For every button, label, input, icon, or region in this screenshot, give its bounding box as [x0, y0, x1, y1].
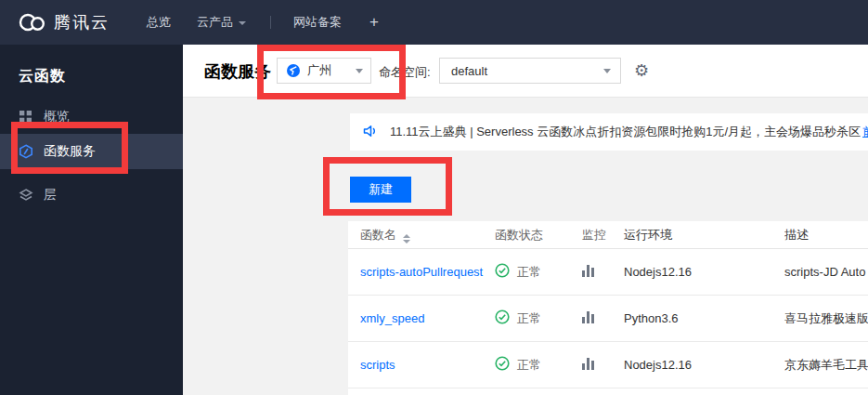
- region-selector[interactable]: 广州: [277, 58, 371, 84]
- description-value: 喜马拉雅极速版刷: [784, 310, 868, 327]
- column-header-status: 函数状态: [495, 227, 582, 244]
- nav-item-beian-label: 网站备案: [293, 14, 342, 31]
- table-row: scripts-autoPullrequest 正常 Nodejs12.16 s…: [348, 249, 868, 296]
- sidebar-item-layers-label: 层: [44, 187, 57, 204]
- sidebar-item-function-service[interactable]: 函数服务: [0, 134, 183, 169]
- nav-item-overview-label: 总览: [147, 14, 171, 31]
- layers-icon: [19, 188, 33, 203]
- page-title: 函数服务: [204, 60, 271, 83]
- function-table: 函数名 函数状态 监控 运行环境 描述 scripts-autoPullrequ…: [348, 221, 868, 395]
- status-text: 正常: [517, 264, 541, 281]
- chevron-down-icon: [239, 21, 246, 25]
- tencent-cloud-brand[interactable]: 腾讯云: [17, 11, 110, 33]
- sidebar: 云函数 概览 函数服务 层: [0, 45, 183, 395]
- status-ok-icon: [495, 263, 510, 281]
- monitor-chart-icon[interactable]: [582, 264, 594, 277]
- runtime-value: Nodejs12.16: [624, 358, 784, 372]
- column-header-monitor: 监控: [582, 227, 624, 244]
- chevron-down-icon: [603, 69, 611, 73]
- function-link[interactable]: scripts: [360, 358, 395, 372]
- sidebar-item-overview-label: 概览: [44, 109, 70, 125]
- table-header-row: 函数名 函数状态 监控 运行环境 描述: [348, 221, 868, 249]
- nav-item-cloud-products-label: 云产品: [197, 14, 233, 31]
- table-row: xmly_speed 正常 Python3.6 喜马拉雅极速版刷: [348, 296, 868, 342]
- nav-item-cloud-products[interactable]: 云产品: [197, 14, 246, 31]
- top-nav: 腾讯云 总览 云产品 网站备案 +: [0, 0, 868, 45]
- nav-item-beian[interactable]: 网站备案: [293, 14, 342, 31]
- region-label: 广州: [307, 62, 356, 79]
- sort-icon[interactable]: [403, 234, 410, 244]
- announcement-icon: [362, 123, 379, 142]
- page-header: 函数服务 广州 命名空间: default ⚙: [183, 45, 868, 98]
- sidebar-item-layers[interactable]: 层: [0, 178, 183, 212]
- runtime-value: Nodejs12.16: [624, 265, 784, 279]
- column-header-runtime: 运行环境: [624, 227, 784, 244]
- nav-add-tab-button[interactable]: +: [369, 13, 379, 32]
- status-text: 正常: [517, 310, 541, 327]
- tencent-cloud-logo-icon: [17, 11, 46, 33]
- namespace-selector[interactable]: default: [439, 58, 621, 84]
- gear-icon[interactable]: ⚙: [634, 58, 649, 84]
- create-button[interactable]: 新建: [350, 177, 411, 203]
- column-header-function-name-label: 函数名: [360, 228, 396, 242]
- nav-item-overview[interactable]: 总览: [147, 14, 171, 31]
- description-value: 京东薅羊毛工具: [784, 357, 868, 374]
- status-ok-icon: [495, 309, 510, 327]
- monitor-chart-icon[interactable]: [582, 310, 594, 323]
- promo-banner-link[interactable]: 前往: [862, 124, 868, 140]
- column-header-function-name: 函数名: [348, 227, 495, 244]
- globe-icon: [286, 63, 301, 78]
- sidebar-item-overview[interactable]: 概览: [0, 100, 183, 134]
- namespace-label: 命名空间:: [379, 64, 431, 81]
- promo-banner: 11.11云上盛典 | Serverless 云函数冰点折扣资源包限时抢购1元/…: [350, 113, 868, 151]
- main-content: 11.11云上盛典 | Serverless 云函数冰点折扣资源包限时抢购1元/…: [183, 98, 868, 395]
- promo-banner-text: 11.11云上盛典 | Serverless 云函数冰点折扣资源包限时抢购1元/…: [390, 124, 861, 140]
- grid-icon: [19, 110, 33, 125]
- function-link[interactable]: scripts-autoPullrequest: [360, 265, 483, 279]
- chevron-down-icon: [356, 69, 363, 73]
- brand-name: 腾讯云: [54, 11, 110, 33]
- namespace-value: default: [451, 64, 603, 78]
- status-ok-icon: [495, 356, 510, 374]
- column-header-description: 描述: [784, 227, 868, 244]
- nav-divider: [270, 16, 271, 29]
- function-link[interactable]: xmly_speed: [360, 311, 424, 325]
- description-value: scripts-JD Auto Pu: [784, 265, 868, 279]
- sidebar-item-function-service-label: 函数服务: [44, 143, 96, 160]
- status-text: 正常: [517, 357, 541, 374]
- sidebar-title: 云函数: [0, 45, 183, 86]
- table-row: scripts 正常 Nodejs12.16 京东薅羊毛工具: [348, 342, 868, 388]
- monitor-chart-icon[interactable]: [582, 357, 594, 370]
- runtime-value: Python3.6: [624, 311, 784, 325]
- scf-hexagon-icon: [19, 144, 33, 159]
